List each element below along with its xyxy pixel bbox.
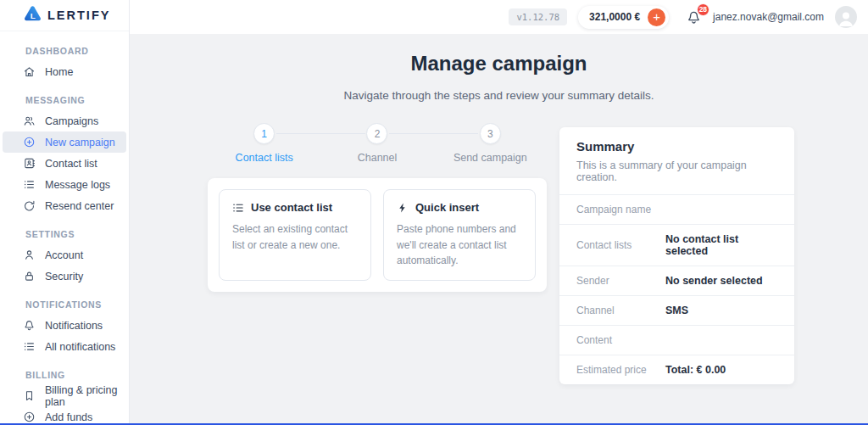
list-icon bbox=[23, 178, 36, 191]
sidebar-item-home[interactable]: Home bbox=[3, 61, 126, 82]
summary-subtitle: This is a summary of your campaign creat… bbox=[576, 159, 777, 183]
balance-amount: 321,0000 € bbox=[589, 11, 640, 23]
summary-row-sender: Sender No sender selected bbox=[559, 266, 794, 295]
sidebar-item-billing-pricing[interactable]: Billing & pricing plan bbox=[3, 385, 126, 406]
summary-label: Sender bbox=[576, 275, 665, 287]
summary-row-contact-lists: Contact lists No contact list selected bbox=[559, 224, 794, 266]
bookmark-icon bbox=[23, 389, 36, 402]
logo-text: LERTIFY bbox=[47, 8, 110, 22]
sidebar-item-message-logs[interactable]: Message logs bbox=[3, 174, 126, 195]
step-number: 1 bbox=[253, 123, 275, 144]
summary-label: Contact lists bbox=[576, 239, 665, 251]
user-email[interactable]: janez.novak@gmail.com bbox=[713, 11, 824, 23]
summary-label: Content bbox=[576, 334, 665, 346]
contact-book-icon bbox=[23, 157, 36, 170]
summary-value: No contact list selected bbox=[665, 233, 777, 257]
lertify-logo-icon: L bbox=[24, 5, 42, 25]
avatar-person-icon bbox=[836, 8, 856, 28]
page-title: Manage campaign bbox=[130, 52, 868, 75]
step-number: 2 bbox=[366, 123, 387, 144]
list-icon bbox=[232, 202, 244, 214]
sidebar-item-label: Contact list bbox=[45, 158, 97, 170]
option-title: Quick insert bbox=[415, 201, 479, 214]
summary-row-content: Content bbox=[559, 325, 794, 355]
lock-icon bbox=[23, 270, 36, 282]
step-label: Contact lists bbox=[208, 152, 320, 164]
sidebar-item-all-notifications[interactable]: All notifications bbox=[3, 336, 126, 357]
section-label-dashboard: DASHBOARD bbox=[0, 33, 129, 61]
campaign-stepper: 1 Contact lists 2 Channel 3 Send campaig… bbox=[208, 123, 547, 164]
logo-link[interactable]: L LERTIFY bbox=[0, 0, 129, 31]
summary-row-estimated-price: Estimated price Total: € 0.00 bbox=[559, 355, 794, 384]
option-title: Use contact list bbox=[251, 201, 332, 214]
sidebar-item-label: Resend center bbox=[45, 200, 114, 212]
page-subtitle: Navigate through the steps and review yo… bbox=[130, 89, 868, 102]
plus-circle-icon bbox=[23, 411, 36, 423]
step-label: Send campaign bbox=[434, 152, 547, 164]
notifications-button[interactable]: 28 bbox=[686, 9, 702, 25]
summary-row-campaign-name: Campaign name bbox=[559, 194, 794, 224]
use-contact-list-card[interactable]: Use contact list Select an existing cont… bbox=[219, 189, 371, 281]
summary-title: Summary bbox=[576, 139, 777, 154]
step-label: Channel bbox=[320, 152, 433, 164]
step-send-campaign[interactable]: 3 Send campaign bbox=[434, 123, 547, 164]
sidebar-item-label: Billing & pricing plan bbox=[45, 384, 126, 408]
sidebar-item-contact-list[interactable]: Contact list bbox=[3, 153, 126, 174]
list-icon bbox=[23, 340, 36, 353]
person-icon bbox=[23, 249, 36, 261]
quick-insert-card[interactable]: Quick insert Paste phone numbers and we'… bbox=[383, 189, 536, 281]
summary-value: No sender selected bbox=[665, 275, 763, 287]
bell-icon bbox=[23, 319, 36, 332]
bolt-icon bbox=[397, 202, 409, 214]
summary-label: Campaign name bbox=[576, 204, 665, 215]
sidebar-item-new-campaign[interactable]: New campaign bbox=[3, 131, 126, 153]
plus-circle-icon bbox=[23, 136, 36, 148]
sidebar-item-label: Message logs bbox=[45, 179, 110, 191]
summary-value: SMS bbox=[665, 305, 688, 316]
plus-icon: + bbox=[653, 10, 660, 23]
svg-text:L: L bbox=[31, 11, 36, 20]
step-number: 3 bbox=[480, 123, 501, 144]
option-description: Paste phone numbers and we'll create a c… bbox=[397, 221, 522, 269]
home-icon bbox=[23, 65, 36, 78]
add-balance-button[interactable]: + bbox=[648, 8, 665, 26]
section-label-notifications: NOTIFICATIONS bbox=[0, 287, 129, 315]
sidebar-item-label: Security bbox=[45, 271, 83, 282]
sidebar-item-notifications[interactable]: Notifications bbox=[3, 315, 126, 336]
step-channel[interactable]: 2 Channel bbox=[320, 123, 433, 164]
sidebar-item-add-funds[interactable]: Add funds bbox=[3, 406, 126, 425]
summary-label: Channel bbox=[576, 305, 665, 316]
sidebar-item-label: New campaign bbox=[45, 137, 115, 148]
sidebar-item-label: Campaigns bbox=[45, 115, 98, 127]
option-description: Select an existing contact list or creat… bbox=[232, 221, 358, 253]
main-content: Manage campaign Navigate through the ste… bbox=[130, 34, 868, 425]
refresh-icon bbox=[23, 199, 36, 212]
summary-row-channel: Channel SMS bbox=[559, 295, 794, 325]
balance-pill: 321,0000 € + bbox=[578, 6, 669, 29]
notification-count-badge: 28 bbox=[697, 3, 709, 16]
section-label-messaging: MESSAGING bbox=[0, 82, 129, 110]
sidebar: L LERTIFY DASHBOARD Home MESSAGING Campa… bbox=[0, 0, 130, 425]
sidebar-item-resend-center[interactable]: Resend center bbox=[3, 195, 126, 216]
version-badge: v1.12.78 bbox=[509, 8, 567, 25]
sidebar-item-label: All notifications bbox=[45, 341, 115, 353]
app-window: L LERTIFY DASHBOARD Home MESSAGING Campa… bbox=[0, 0, 868, 425]
sidebar-item-security[interactable]: Security bbox=[3, 266, 126, 287]
sidebar-item-account[interactable]: Account bbox=[3, 244, 126, 266]
sidebar-item-label: Account bbox=[45, 249, 83, 261]
summary-panel: Summary This is a summary of your campai… bbox=[559, 127, 794, 384]
sidebar-nav: DASHBOARD Home MESSAGING Campaigns New c… bbox=[0, 31, 129, 425]
users-icon bbox=[23, 115, 36, 127]
sidebar-item-label: Notifications bbox=[45, 320, 103, 332]
contact-source-panel: Use contact list Select an existing cont… bbox=[208, 178, 547, 292]
topbar: v1.12.78 321,0000 € + 28 janez.novak@gma… bbox=[130, 0, 868, 34]
sidebar-item-label: Home bbox=[45, 66, 73, 78]
step-contact-lists[interactable]: 1 Contact lists bbox=[208, 123, 320, 164]
summary-value: Total: € 0.00 bbox=[665, 364, 726, 376]
summary-label: Estimated price bbox=[576, 364, 665, 376]
section-label-settings: SETTINGS bbox=[0, 216, 129, 244]
section-label-billing: BILLING bbox=[0, 357, 129, 385]
sidebar-item-campaigns[interactable]: Campaigns bbox=[3, 110, 126, 131]
sidebar-item-label: Add funds bbox=[45, 411, 92, 423]
user-avatar[interactable] bbox=[835, 6, 857, 28]
